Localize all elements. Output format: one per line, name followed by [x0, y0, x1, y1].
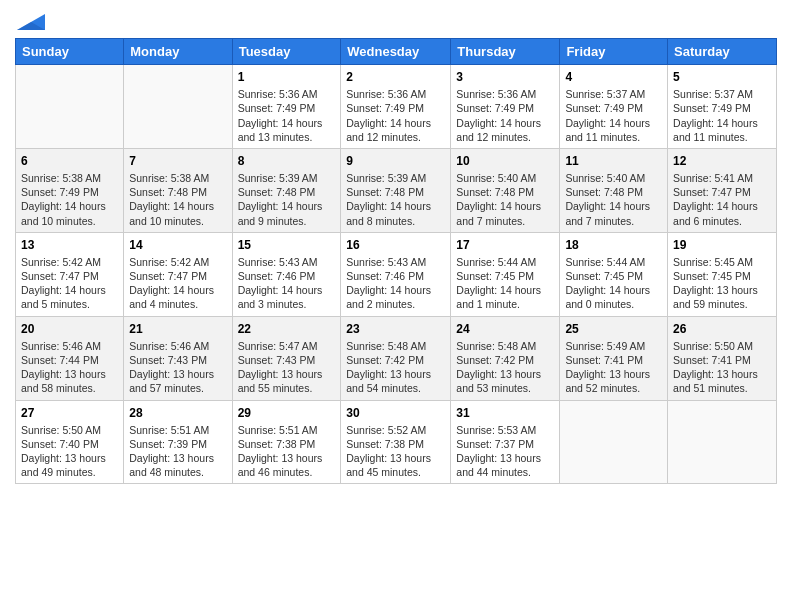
day-number: 22: [238, 321, 336, 337]
day-info: Sunrise: 5:42 AM Sunset: 7:47 PM Dayligh…: [21, 255, 118, 312]
day-info: Sunrise: 5:52 AM Sunset: 7:38 PM Dayligh…: [346, 423, 445, 480]
day-info: Sunrise: 5:41 AM Sunset: 7:47 PM Dayligh…: [673, 171, 771, 228]
day-info: Sunrise: 5:37 AM Sunset: 7:49 PM Dayligh…: [565, 87, 662, 144]
day-info: Sunrise: 5:36 AM Sunset: 7:49 PM Dayligh…: [456, 87, 554, 144]
logo: [15, 14, 45, 30]
day-info: Sunrise: 5:40 AM Sunset: 7:48 PM Dayligh…: [565, 171, 662, 228]
day-number: 28: [129, 405, 226, 421]
weekday-header-thursday: Thursday: [451, 39, 560, 65]
calendar-cell: [124, 65, 232, 149]
calendar-cell: 27Sunrise: 5:50 AM Sunset: 7:40 PM Dayli…: [16, 400, 124, 484]
calendar-cell: [668, 400, 777, 484]
day-number: 29: [238, 405, 336, 421]
day-number: 14: [129, 237, 226, 253]
day-number: 2: [346, 69, 445, 85]
day-number: 17: [456, 237, 554, 253]
weekday-header-sunday: Sunday: [16, 39, 124, 65]
day-info: Sunrise: 5:36 AM Sunset: 7:49 PM Dayligh…: [346, 87, 445, 144]
calendar-cell: 22Sunrise: 5:47 AM Sunset: 7:43 PM Dayli…: [232, 316, 341, 400]
calendar-week-row: 20Sunrise: 5:46 AM Sunset: 7:44 PM Dayli…: [16, 316, 777, 400]
calendar-table: SundayMondayTuesdayWednesdayThursdayFrid…: [15, 38, 777, 484]
day-number: 25: [565, 321, 662, 337]
day-number: 10: [456, 153, 554, 169]
day-number: 19: [673, 237, 771, 253]
weekday-header-monday: Monday: [124, 39, 232, 65]
calendar-cell: 7Sunrise: 5:38 AM Sunset: 7:48 PM Daylig…: [124, 148, 232, 232]
day-info: Sunrise: 5:49 AM Sunset: 7:41 PM Dayligh…: [565, 339, 662, 396]
calendar-cell: 26Sunrise: 5:50 AM Sunset: 7:41 PM Dayli…: [668, 316, 777, 400]
day-info: Sunrise: 5:44 AM Sunset: 7:45 PM Dayligh…: [565, 255, 662, 312]
day-number: 1: [238, 69, 336, 85]
day-info: Sunrise: 5:43 AM Sunset: 7:46 PM Dayligh…: [238, 255, 336, 312]
calendar-cell: 19Sunrise: 5:45 AM Sunset: 7:45 PM Dayli…: [668, 232, 777, 316]
day-info: Sunrise: 5:40 AM Sunset: 7:48 PM Dayligh…: [456, 171, 554, 228]
day-info: Sunrise: 5:39 AM Sunset: 7:48 PM Dayligh…: [346, 171, 445, 228]
calendar-cell: 20Sunrise: 5:46 AM Sunset: 7:44 PM Dayli…: [16, 316, 124, 400]
day-info: Sunrise: 5:44 AM Sunset: 7:45 PM Dayligh…: [456, 255, 554, 312]
day-info: Sunrise: 5:43 AM Sunset: 7:46 PM Dayligh…: [346, 255, 445, 312]
calendar-cell: 9Sunrise: 5:39 AM Sunset: 7:48 PM Daylig…: [341, 148, 451, 232]
day-number: 5: [673, 69, 771, 85]
calendar-cell: 25Sunrise: 5:49 AM Sunset: 7:41 PM Dayli…: [560, 316, 668, 400]
calendar-cell: 15Sunrise: 5:43 AM Sunset: 7:46 PM Dayli…: [232, 232, 341, 316]
calendar-cell: 6Sunrise: 5:38 AM Sunset: 7:49 PM Daylig…: [16, 148, 124, 232]
day-info: Sunrise: 5:50 AM Sunset: 7:40 PM Dayligh…: [21, 423, 118, 480]
calendar-cell: 30Sunrise: 5:52 AM Sunset: 7:38 PM Dayli…: [341, 400, 451, 484]
day-info: Sunrise: 5:47 AM Sunset: 7:43 PM Dayligh…: [238, 339, 336, 396]
day-number: 8: [238, 153, 336, 169]
day-number: 23: [346, 321, 445, 337]
day-info: Sunrise: 5:46 AM Sunset: 7:44 PM Dayligh…: [21, 339, 118, 396]
calendar-week-row: 13Sunrise: 5:42 AM Sunset: 7:47 PM Dayli…: [16, 232, 777, 316]
day-number: 30: [346, 405, 445, 421]
calendar-cell: 1Sunrise: 5:36 AM Sunset: 7:49 PM Daylig…: [232, 65, 341, 149]
day-info: Sunrise: 5:45 AM Sunset: 7:45 PM Dayligh…: [673, 255, 771, 312]
day-number: 21: [129, 321, 226, 337]
calendar-cell: 4Sunrise: 5:37 AM Sunset: 7:49 PM Daylig…: [560, 65, 668, 149]
day-info: Sunrise: 5:36 AM Sunset: 7:49 PM Dayligh…: [238, 87, 336, 144]
calendar-cell: 31Sunrise: 5:53 AM Sunset: 7:37 PM Dayli…: [451, 400, 560, 484]
calendar-cell: 11Sunrise: 5:40 AM Sunset: 7:48 PM Dayli…: [560, 148, 668, 232]
day-info: Sunrise: 5:50 AM Sunset: 7:41 PM Dayligh…: [673, 339, 771, 396]
weekday-header-row: SundayMondayTuesdayWednesdayThursdayFrid…: [16, 39, 777, 65]
day-number: 18: [565, 237, 662, 253]
calendar-cell: 21Sunrise: 5:46 AM Sunset: 7:43 PM Dayli…: [124, 316, 232, 400]
calendar-cell: [560, 400, 668, 484]
calendar-cell: 13Sunrise: 5:42 AM Sunset: 7:47 PM Dayli…: [16, 232, 124, 316]
calendar-week-row: 6Sunrise: 5:38 AM Sunset: 7:49 PM Daylig…: [16, 148, 777, 232]
day-info: Sunrise: 5:39 AM Sunset: 7:48 PM Dayligh…: [238, 171, 336, 228]
day-info: Sunrise: 5:42 AM Sunset: 7:47 PM Dayligh…: [129, 255, 226, 312]
calendar-cell: 28Sunrise: 5:51 AM Sunset: 7:39 PM Dayli…: [124, 400, 232, 484]
calendar-cell: 12Sunrise: 5:41 AM Sunset: 7:47 PM Dayli…: [668, 148, 777, 232]
day-info: Sunrise: 5:51 AM Sunset: 7:39 PM Dayligh…: [129, 423, 226, 480]
day-info: Sunrise: 5:38 AM Sunset: 7:48 PM Dayligh…: [129, 171, 226, 228]
day-number: 16: [346, 237, 445, 253]
calendar-cell: 23Sunrise: 5:48 AM Sunset: 7:42 PM Dayli…: [341, 316, 451, 400]
day-number: 20: [21, 321, 118, 337]
calendar-cell: 2Sunrise: 5:36 AM Sunset: 7:49 PM Daylig…: [341, 65, 451, 149]
day-info: Sunrise: 5:48 AM Sunset: 7:42 PM Dayligh…: [346, 339, 445, 396]
day-number: 11: [565, 153, 662, 169]
calendar-cell: 14Sunrise: 5:42 AM Sunset: 7:47 PM Dayli…: [124, 232, 232, 316]
day-number: 26: [673, 321, 771, 337]
weekday-header-saturday: Saturday: [668, 39, 777, 65]
page-header: [15, 10, 777, 30]
day-number: 24: [456, 321, 554, 337]
weekday-header-wednesday: Wednesday: [341, 39, 451, 65]
day-number: 4: [565, 69, 662, 85]
calendar-week-row: 27Sunrise: 5:50 AM Sunset: 7:40 PM Dayli…: [16, 400, 777, 484]
day-info: Sunrise: 5:37 AM Sunset: 7:49 PM Dayligh…: [673, 87, 771, 144]
calendar-cell: 17Sunrise: 5:44 AM Sunset: 7:45 PM Dayli…: [451, 232, 560, 316]
calendar-cell: 24Sunrise: 5:48 AM Sunset: 7:42 PM Dayli…: [451, 316, 560, 400]
weekday-header-friday: Friday: [560, 39, 668, 65]
calendar-cell: 3Sunrise: 5:36 AM Sunset: 7:49 PM Daylig…: [451, 65, 560, 149]
day-info: Sunrise: 5:48 AM Sunset: 7:42 PM Dayligh…: [456, 339, 554, 396]
day-number: 31: [456, 405, 554, 421]
logo-icon: [17, 14, 45, 30]
calendar-cell: 18Sunrise: 5:44 AM Sunset: 7:45 PM Dayli…: [560, 232, 668, 316]
day-number: 27: [21, 405, 118, 421]
day-info: Sunrise: 5:53 AM Sunset: 7:37 PM Dayligh…: [456, 423, 554, 480]
calendar-cell: 8Sunrise: 5:39 AM Sunset: 7:48 PM Daylig…: [232, 148, 341, 232]
day-info: Sunrise: 5:38 AM Sunset: 7:49 PM Dayligh…: [21, 171, 118, 228]
day-number: 12: [673, 153, 771, 169]
day-number: 13: [21, 237, 118, 253]
